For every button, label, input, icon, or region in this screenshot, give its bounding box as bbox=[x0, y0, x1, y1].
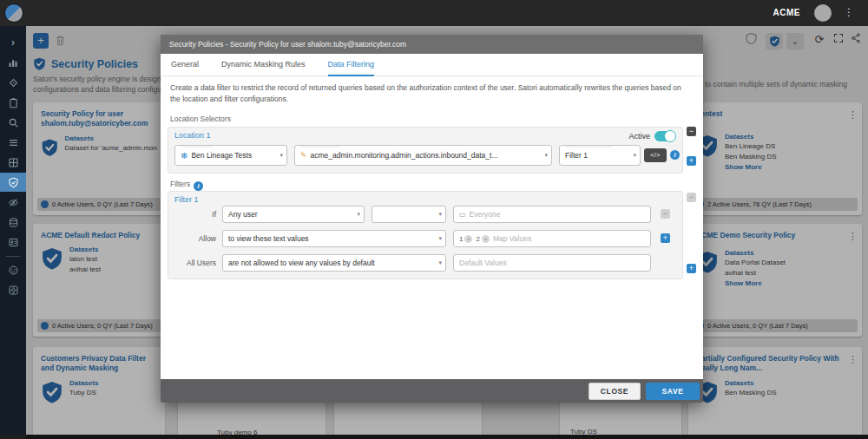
if-condition-select[interactable]: Any user ▾ bbox=[222, 206, 365, 223]
pencil-icon: ✎ bbox=[300, 151, 307, 160]
default-values-placeholder: Default Values bbox=[459, 259, 507, 267]
sidebar-item-masking[interactable] bbox=[0, 193, 26, 212]
shield-icon bbox=[8, 177, 19, 188]
caret-down-icon: ▾ bbox=[544, 152, 548, 159]
chevron-right-icon: › bbox=[11, 36, 15, 49]
group-icon: ▭ bbox=[459, 211, 466, 219]
caret-down-icon: ▾ bbox=[633, 152, 636, 159]
list-rows-icon bbox=[8, 137, 19, 148]
filters-info-icon[interactable]: i bbox=[194, 181, 203, 191]
remove-filter-button[interactable]: − bbox=[687, 193, 696, 202]
caret-down-icon: ▾ bbox=[438, 259, 442, 266]
close-button[interactable]: CLOSE bbox=[589, 383, 641, 400]
gear-icon bbox=[8, 285, 19, 296]
tab-data-filtering[interactable]: Data Filtering bbox=[328, 54, 375, 76]
user-filter-value: Filter 1 bbox=[565, 151, 588, 160]
add-location-button[interactable]: + bbox=[687, 156, 696, 166]
chip-remove-icon[interactable]: × bbox=[464, 235, 472, 243]
top-bar: ACME ⋮ bbox=[0, 0, 868, 26]
user-filter-value-select[interactable]: User Filter Value Filter 1 ▾ bbox=[559, 145, 641, 166]
everyone-placeholder: Everyone bbox=[470, 210, 501, 219]
remove-filter-row-button[interactable]: − bbox=[661, 209, 670, 219]
modal-title: Security Policies - Security Policy for … bbox=[169, 40, 406, 49]
satori-logo bbox=[4, 3, 23, 23]
allow-label: Allow bbox=[168, 230, 216, 247]
chip-remove-icon[interactable]: × bbox=[482, 235, 490, 243]
search-icon bbox=[8, 117, 19, 128]
sidebar-item-data-stores[interactable] bbox=[0, 213, 26, 232]
bar-chart-icon bbox=[8, 57, 19, 69]
clipboard-icon bbox=[8, 97, 19, 108]
data-store-value: Ben Lineage Tests bbox=[191, 151, 252, 160]
filter-name[interactable]: Filter 1 bbox=[174, 195, 199, 204]
allow-condition-value: to view these text values bbox=[228, 234, 309, 243]
value-chip[interactable]: 2× bbox=[476, 235, 489, 243]
sidebar-item-data-flows[interactable] bbox=[0, 73, 26, 92]
tab-dynamic-masking-rules[interactable]: Dynamic Masking Rules bbox=[221, 54, 306, 76]
location-name[interactable]: Location 1 bbox=[174, 131, 211, 140]
if-label: If bbox=[168, 206, 216, 223]
tab-general[interactable]: General bbox=[171, 54, 199, 76]
allow-condition-select[interactable]: to view these text values ▾ bbox=[222, 230, 446, 247]
modal-titlebar[interactable]: Security Policies - Security Policy for … bbox=[161, 35, 703, 54]
if-secondary-select[interactable]: ▾ bbox=[372, 206, 446, 223]
sidebar-item-audit[interactable] bbox=[0, 93, 26, 112]
database-icon bbox=[8, 217, 19, 228]
active-label: Active bbox=[628, 132, 650, 141]
modal-tabs: General Dynamic Masking Rules Data Filte… bbox=[161, 54, 703, 76]
smiley-icon bbox=[8, 265, 19, 276]
tag-icon bbox=[8, 77, 19, 88]
sidebar-item-settings[interactable] bbox=[0, 280, 26, 299]
account-name: ACME bbox=[773, 8, 800, 17]
user-filter-value-label: User Filter Value bbox=[565, 145, 612, 147]
filter-panel: Filter 1 If Any user ▾ ▾ ▭ Everyone − Al… bbox=[168, 191, 683, 279]
sidebar-item-security-policies[interactable] bbox=[0, 173, 26, 192]
if-condition-value: Any user bbox=[228, 210, 258, 219]
security-policy-modal: Security Policies - Security Policy for … bbox=[161, 35, 703, 403]
id-badge-icon bbox=[8, 237, 19, 248]
sidebar-item-dashboard[interactable] bbox=[0, 53, 26, 72]
field-location-label: Field Location bbox=[300, 145, 340, 147]
location-selector-panel: Location 1 Active Data Store ❄ Ben Linea… bbox=[168, 127, 683, 174]
topbar-menu-icon[interactable]: ⋮ bbox=[844, 6, 854, 18]
all-users-label: All Users bbox=[168, 254, 216, 272]
code-view-button[interactable]: </> bbox=[644, 148, 667, 162]
modal-body: General Dynamic Masking Rules Data Filte… bbox=[161, 54, 703, 379]
everyone-input[interactable]: ▭ Everyone bbox=[453, 206, 651, 223]
info-icon[interactable]: i bbox=[670, 150, 680, 160]
value-chip[interactable]: 1× bbox=[459, 235, 472, 243]
sidebar-divider bbox=[6, 256, 20, 257]
sidebar-item-inventory[interactable] bbox=[0, 133, 26, 152]
caret-down-icon: ▾ bbox=[357, 211, 360, 218]
map-values-placeholder: Map Values bbox=[493, 234, 531, 243]
default-values-input[interactable]: Default Values bbox=[453, 254, 651, 272]
user-avatar[interactable] bbox=[814, 4, 832, 22]
filters-label: Filtersi bbox=[170, 180, 203, 191]
field-location-select[interactable]: Field Location ✎ acme_admin.monitoring.a… bbox=[294, 145, 552, 166]
data-filter-description: Create a data filter to restrict the rec… bbox=[170, 82, 689, 105]
save-button[interactable]: SAVE bbox=[646, 383, 700, 400]
left-sidebar: › bbox=[0, 26, 26, 439]
sidebar-item-search[interactable] bbox=[0, 113, 26, 132]
caret-down-icon: ▾ bbox=[438, 235, 442, 242]
sidebar-item-datasets[interactable] bbox=[0, 153, 26, 172]
data-store-select[interactable]: Data Store ❄ Ben Lineage Tests ▾ bbox=[174, 145, 287, 166]
modal-footer: CLOSE SAVE bbox=[161, 379, 703, 403]
remove-location-button[interactable]: − bbox=[687, 127, 696, 136]
map-values-input[interactable]: 1× 2× Map Values bbox=[453, 230, 651, 247]
add-filter-button[interactable]: + bbox=[687, 264, 696, 273]
caret-down-icon: ▾ bbox=[438, 211, 442, 218]
add-filter-row-button[interactable]: + bbox=[661, 233, 670, 243]
sidebar-item-identities[interactable] bbox=[0, 233, 26, 252]
caret-down-icon: ▾ bbox=[279, 152, 283, 159]
grid-icon bbox=[8, 157, 19, 168]
default-condition-select[interactable]: are not allowed to view any values by de… bbox=[222, 254, 446, 272]
location-selectors-label: Location Selectors bbox=[170, 115, 231, 123]
eye-off-icon bbox=[8, 197, 19, 208]
sidebar-item-support[interactable] bbox=[0, 260, 26, 279]
default-condition-value: are not allowed to view any values by de… bbox=[228, 259, 375, 267]
field-location-value: acme_admin.monitoring.admin_actions.inbo… bbox=[311, 151, 498, 160]
sidebar-expand-button[interactable]: › bbox=[0, 33, 26, 52]
active-toggle[interactable] bbox=[654, 131, 675, 141]
data-store-label: Data Store bbox=[181, 145, 213, 147]
